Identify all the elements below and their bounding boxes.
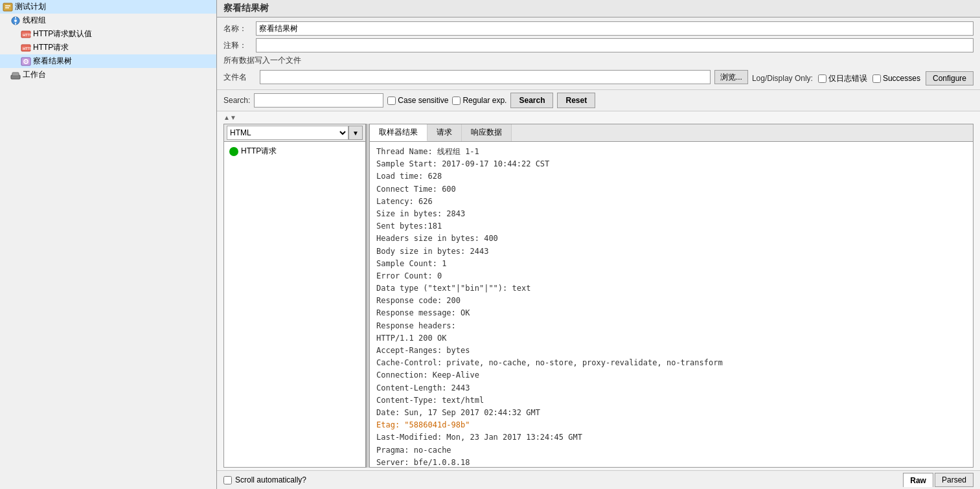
result-line: Etag: "5886041d-98b" bbox=[376, 419, 966, 431]
tabs-bar: 取样器结果 请求 响应数据 bbox=[370, 124, 973, 142]
view-results-icon bbox=[21, 56, 31, 67]
result-area: ▲▼ HTML Text JSON XML RegExp Tester CSS/… bbox=[217, 111, 980, 470]
sidebar-item-http-defaults[interactable]: HTTP HTTP请求默认值 bbox=[0, 27, 216, 41]
name-input[interactable] bbox=[256, 21, 974, 36]
result-line: HTTP/1.1 200 OK bbox=[376, 332, 966, 345]
split-pane: HTML Text JSON XML RegExp Tester CSS/JQu… bbox=[223, 124, 974, 468]
search-button[interactable]: Search bbox=[510, 93, 553, 108]
right-pane: 取样器结果 请求 响应数据 Thread Name: 线程组 1-1Sample… bbox=[370, 124, 974, 468]
expand-arrow-icon[interactable]: ▲▼ bbox=[223, 114, 236, 121]
result-line: Error Count: 0 bbox=[376, 270, 966, 282]
successes-checkbox[interactable] bbox=[872, 74, 881, 83]
result-line: Size in bytes: 2843 bbox=[376, 208, 966, 220]
sidebar-item-label-http-request: HTTP请求 bbox=[33, 42, 69, 53]
sidebar-item-thread-group[interactable]: 线程组 bbox=[0, 14, 216, 27]
result-tree-item-http-request[interactable]: HTTP请求 bbox=[227, 144, 363, 158]
result-line: Headers size in bytes: 400 bbox=[376, 233, 966, 245]
sidebar-item-label-thread-group: 线程组 bbox=[23, 15, 46, 26]
result-line: Connect Time: 600 bbox=[376, 183, 966, 196]
result-line: Accept-Ranges: bytes bbox=[376, 345, 966, 357]
http-defaults-icon: HTTP bbox=[21, 29, 31, 40]
sidebar-item-test-plan[interactable]: 测试计划 bbox=[0, 0, 216, 14]
sidebar-item-http-request[interactable]: HTTP HTTP请求 bbox=[0, 41, 216, 54]
status-success-icon bbox=[229, 147, 238, 156]
sidebar: 测试计划 线程组 HTTP HTTP请求默认值 HTTP bbox=[0, 0, 217, 489]
result-line: Response code: 200 bbox=[376, 295, 966, 307]
left-pane-header: HTML Text JSON XML RegExp Tester CSS/JQu… bbox=[224, 124, 365, 142]
result-line: Pragma: no-cache bbox=[376, 444, 966, 457]
result-line: Thread Name: 线程组 1-1 bbox=[376, 146, 966, 158]
result-line: Response message: OK bbox=[376, 307, 966, 319]
left-pane-content: HTTP请求 bbox=[224, 142, 365, 467]
file-section-label: 所有数据写入一个文件 bbox=[223, 55, 974, 66]
log-errors-checkbox[interactable] bbox=[818, 74, 826, 83]
regex-checkbox[interactable] bbox=[452, 97, 461, 105]
result-line: Sample Start: 2017-09-17 10:44:22 CST bbox=[376, 158, 966, 170]
svg-text:HTTP: HTTP bbox=[23, 33, 31, 37]
scroll-auto-checkbox[interactable] bbox=[223, 476, 232, 484]
sidebar-item-label-workbench: 工作台 bbox=[23, 69, 46, 80]
result-line: Server: bfe/1.0.8.18 bbox=[376, 457, 966, 467]
name-label: 名称： bbox=[223, 23, 256, 34]
workbench-icon bbox=[10, 70, 21, 80]
log-display-label: Log/Display Only: bbox=[752, 74, 813, 83]
main-panel: 察看结果树 名称： 注释： 所有数据写入一个文件 文件名 浏览... Log/D… bbox=[217, 0, 980, 489]
pane-arrow-button[interactable]: ▼ bbox=[348, 126, 363, 140]
comment-input[interactable] bbox=[256, 38, 974, 52]
log-errors-checkbox-label[interactable]: 仅日志错误 bbox=[818, 73, 867, 84]
scroll-auto-label[interactable]: Scroll automatically? bbox=[223, 475, 306, 484]
left-pane: HTML Text JSON XML RegExp Tester CSS/JQu… bbox=[223, 124, 366, 468]
log-errors-label: 仅日志错误 bbox=[828, 73, 867, 84]
sidebar-item-view-results[interactable]: 察看结果树 bbox=[0, 54, 216, 68]
case-sensitive-text: Case sensitive bbox=[398, 96, 448, 105]
form-area: 名称： 注释： 所有数据写入一个文件 文件名 浏览... Log/Display… bbox=[217, 17, 980, 90]
file-name-label: 文件名 bbox=[223, 72, 256, 83]
case-sensitive-checkbox[interactable] bbox=[387, 97, 396, 105]
svg-text:HTTP: HTTP bbox=[23, 47, 31, 51]
configure-button[interactable]: Configure bbox=[926, 71, 974, 85]
result-line: Sent bytes:181 bbox=[376, 220, 966, 233]
result-line: Response headers: bbox=[376, 320, 966, 332]
result-line: Data type ("text"|"bin"|""): text bbox=[376, 282, 966, 295]
svg-point-13 bbox=[25, 61, 27, 62]
tab-request[interactable]: 请求 bbox=[427, 124, 462, 141]
successes-checkbox-label[interactable]: Successes bbox=[872, 74, 920, 83]
bottom-bar: Scroll automatically? Raw Parsed bbox=[217, 470, 980, 489]
sidebar-item-workbench[interactable]: 工作台 bbox=[0, 68, 216, 82]
reset-button[interactable]: Reset bbox=[557, 93, 595, 108]
panel-title: 察看结果树 bbox=[217, 0, 980, 17]
result-line: Content-Type: text/html bbox=[376, 394, 966, 407]
tab-response-data[interactable]: 响应数据 bbox=[462, 124, 512, 141]
regex-label[interactable]: Regular exp. bbox=[452, 96, 507, 105]
regex-text: Regular exp. bbox=[462, 96, 507, 105]
http-request-icon: HTTP bbox=[21, 43, 31, 53]
svg-point-4 bbox=[14, 19, 17, 22]
result-line: Connection: Keep-Alive bbox=[376, 369, 966, 381]
result-tree-item-label: HTTP请求 bbox=[241, 146, 277, 157]
search-input[interactable] bbox=[254, 93, 383, 108]
svg-rect-0 bbox=[3, 3, 12, 11]
format-select[interactable]: HTML Text JSON XML RegExp Tester CSS/JQu… bbox=[227, 126, 348, 140]
sidebar-item-label-view-results: 察看结果树 bbox=[33, 56, 72, 67]
case-sensitive-label[interactable]: Case sensitive bbox=[387, 96, 448, 105]
result-line: Load time: 628 bbox=[376, 170, 966, 183]
raw-button[interactable]: Raw bbox=[903, 473, 933, 487]
result-line: Date: Sun, 17 Sep 2017 02:44:32 GMT bbox=[376, 407, 966, 419]
result-line: Content-Length: 2443 bbox=[376, 382, 966, 394]
result-line: Latency: 626 bbox=[376, 196, 966, 208]
successes-label: Successes bbox=[883, 74, 920, 83]
parsed-button[interactable]: Parsed bbox=[935, 473, 974, 487]
file-row: 文件名 浏览... Log/Display Only: 仅日志错误 Succes… bbox=[223, 69, 974, 85]
comment-label: 注释： bbox=[223, 40, 256, 51]
result-line: Last-Modified: Mon, 23 Jan 2017 13:24:45… bbox=[376, 431, 966, 444]
scroll-auto-text: Scroll automatically? bbox=[235, 475, 306, 484]
expand-bar: ▲▼ bbox=[223, 114, 974, 121]
browse-button[interactable]: 浏览... bbox=[714, 70, 748, 84]
search-bar: Search: Case sensitive Regular exp. Sear… bbox=[217, 90, 980, 111]
result-line: Cache-Control: private, no-cache, no-sto… bbox=[376, 357, 966, 369]
test-plan-icon bbox=[3, 2, 13, 12]
tab-sampler-result[interactable]: 取样器结果 bbox=[370, 124, 427, 141]
sidebar-item-label-test-plan: 测试计划 bbox=[15, 1, 46, 12]
file-input[interactable] bbox=[260, 70, 711, 84]
sidebar-item-label-http-defaults: HTTP请求默认值 bbox=[33, 28, 92, 40]
